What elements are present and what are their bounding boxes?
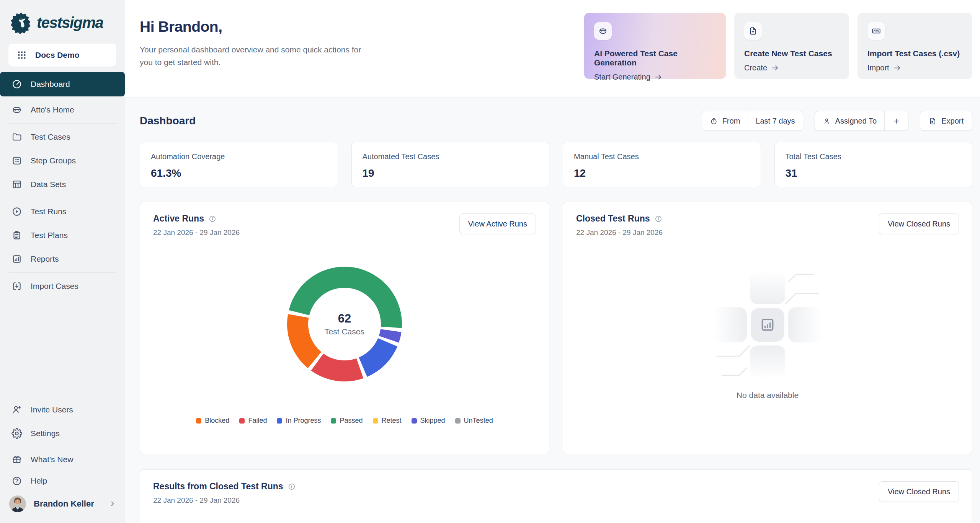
date-range-filter: From Last 7 days xyxy=(702,111,803,131)
user-menu[interactable]: Brandon Keller xyxy=(0,492,125,516)
sidebar-item-whats-new[interactable]: What's New xyxy=(0,449,125,470)
stat-label: Automated Test Cases xyxy=(363,152,539,161)
legend-label: In Progress xyxy=(286,417,321,425)
closed-runs-card: Closed Test Runs 22 Jan 2026 - 29 Jan 20… xyxy=(563,202,972,454)
sidebar-item-step-groups[interactable]: Step Groups xyxy=(0,149,125,173)
donut-total: 62 xyxy=(338,312,351,326)
view-closed-runs-button[interactable]: View Closed Runs xyxy=(879,213,959,234)
greeting-block: Hi Brandon, Your personal dashboard over… xyxy=(140,13,362,68)
active-runs-title: Active Runs xyxy=(153,213,204,224)
legend-swatch xyxy=(455,418,461,424)
folder-icon xyxy=(11,132,22,142)
date-from-segment[interactable]: From xyxy=(702,111,748,130)
quick-action-import-csv[interactable]: CSV Import Test Cases (.csv) Import xyxy=(858,13,972,79)
sidebar-item-invite-users[interactable]: Invite Users xyxy=(0,398,125,422)
date-range-value[interactable]: Last 7 days xyxy=(748,111,802,130)
sidebar-item-reports[interactable]: Reports xyxy=(0,247,125,271)
csv-file-icon: CSV xyxy=(867,22,885,40)
info-icon[interactable] xyxy=(209,215,216,223)
closed-runs-date-range: 22 Jan 2026 - 29 Jan 2026 xyxy=(576,228,663,237)
legend-label: UnTested xyxy=(464,417,493,425)
sidebar-item-attos-home[interactable]: Atto's Home xyxy=(0,98,125,122)
legend-item-retest[interactable]: Retest xyxy=(373,417,402,425)
sidebar-item-label: Test Runs xyxy=(31,207,66,216)
testsigma-gear-logo-icon xyxy=(10,11,32,34)
grid-apps-icon xyxy=(17,50,27,60)
info-icon[interactable] xyxy=(655,215,662,223)
gear-icon xyxy=(11,428,22,439)
legend-item-skipped[interactable]: Skipped xyxy=(412,417,445,425)
sidebar-item-test-runs[interactable]: Test Runs xyxy=(0,200,125,223)
sidebar-item-import-cases[interactable]: Import Cases xyxy=(0,274,125,298)
legend-label: Blocked xyxy=(205,417,229,425)
sidebar-item-dashboard[interactable]: Dashboard xyxy=(0,72,125,96)
arrow-right-icon xyxy=(654,73,662,81)
brand-name: testsigma xyxy=(37,14,103,31)
page-title: Dashboard xyxy=(140,115,196,127)
empty-tile xyxy=(750,345,785,379)
legend-item-in-progress[interactable]: In Progress xyxy=(277,417,321,425)
legend-item-failed[interactable]: Failed xyxy=(239,417,267,425)
active-runs-header: Active Runs 22 Jan 2026 - 29 Jan 2026 Vi… xyxy=(140,202,549,237)
view-closed-runs-button[interactable]: View Closed Runs xyxy=(879,481,959,502)
stat-label: Automation Coverage xyxy=(151,152,327,161)
sidebar-divider xyxy=(8,447,116,447)
sidebar-item-label: Settings xyxy=(31,429,60,438)
legend-item-passed[interactable]: Passed xyxy=(331,417,363,425)
assigned-to-label: Assigned To xyxy=(835,117,877,125)
gift-icon xyxy=(11,454,22,465)
legend-item-untested[interactable]: UnTested xyxy=(455,417,493,425)
view-active-runs-button[interactable]: View Active Runs xyxy=(459,213,536,234)
stat-manual-test-cases: Manual Test Cases 12 xyxy=(563,142,761,187)
sidebar-item-settings[interactable]: Settings xyxy=(0,422,125,445)
export-button[interactable]: Export xyxy=(920,111,972,131)
sidebar-item-data-sets[interactable]: Data Sets xyxy=(0,173,125,196)
sidebar-nav: Dashboard Atto's Home Test Cases Step Gr xyxy=(0,72,125,298)
step-groups-icon xyxy=(11,155,22,166)
main-area: Hi Brandon, Your personal dashboard over… xyxy=(125,0,980,523)
quick-action-label: Import xyxy=(867,64,889,72)
export-file-icon xyxy=(929,117,937,125)
bar-chart-icon xyxy=(11,254,22,264)
legend-item-blocked[interactable]: Blocked xyxy=(196,417,229,425)
quick-action-label: Create xyxy=(744,64,767,72)
results-closed-title: Results from Closed Test Runs xyxy=(153,481,283,492)
top-header: Hi Brandon, Your personal dashboard over… xyxy=(125,0,980,98)
import-link[interactable]: Import xyxy=(867,64,962,72)
toolbar-controls: From Last 7 days Assigned To xyxy=(702,111,972,131)
assigned-to-segment[interactable]: Assigned To xyxy=(815,111,885,130)
sidebar-divider xyxy=(8,198,116,198)
sidebar-item-label: Help xyxy=(31,476,47,486)
person-icon xyxy=(823,117,831,125)
start-generating-link[interactable]: Start Generating xyxy=(594,73,716,81)
sidebar: testsigma Docs Demo Dashboard Atto's Hom… xyxy=(0,0,125,523)
info-icon[interactable] xyxy=(288,483,296,490)
project-switcher[interactable]: Docs Demo xyxy=(8,44,116,67)
stat-label: Manual Test Cases xyxy=(574,152,750,161)
arrow-right-icon xyxy=(893,64,901,72)
export-label: Export xyxy=(941,117,964,125)
quick-action-create-test-cases[interactable]: Create New Test Cases Create xyxy=(734,13,849,79)
closed-runs-title: Closed Test Runs xyxy=(576,213,650,224)
sidebar-item-help[interactable]: Help xyxy=(0,470,125,492)
sidebar-item-test-cases[interactable]: Test Cases xyxy=(0,125,125,149)
greeting-subtitle: Your personal dashboard overview and som… xyxy=(140,44,362,68)
results-closed-runs-card: Results from Closed Test Runs 22 Jan 202… xyxy=(140,469,972,523)
legend-label: Skipped xyxy=(420,417,445,425)
quick-action-ai-generation[interactable]: AI Powered Test Case Generation Start Ge… xyxy=(584,13,726,79)
dashboard-content: Dashboard From Last 7 days xyxy=(125,98,980,523)
sidebar-item-test-plans[interactable]: Test Plans xyxy=(0,223,125,247)
gauge-icon xyxy=(11,79,22,90)
legend-swatch xyxy=(196,418,201,424)
legend-swatch xyxy=(412,418,417,424)
sidebar-footer: Invite Users Settings What's New Help xyxy=(0,398,125,516)
active-runs-card: Active Runs 22 Jan 2026 - 29 Jan 2026 Vi… xyxy=(140,202,549,454)
create-link[interactable]: Create xyxy=(744,64,839,72)
app-root: testsigma Docs Demo Dashboard Atto's Hom… xyxy=(0,0,980,523)
legend-swatch xyxy=(239,418,245,424)
add-filter-button[interactable] xyxy=(884,111,908,130)
sidebar-item-label: Reports xyxy=(31,254,59,264)
results-closed-date-range: 22 Jan 2026 - 29 Jan 2026 xyxy=(153,496,296,505)
closed-runs-header: Closed Test Runs 22 Jan 2026 - 29 Jan 20… xyxy=(563,202,972,237)
legend-swatch xyxy=(277,418,282,424)
